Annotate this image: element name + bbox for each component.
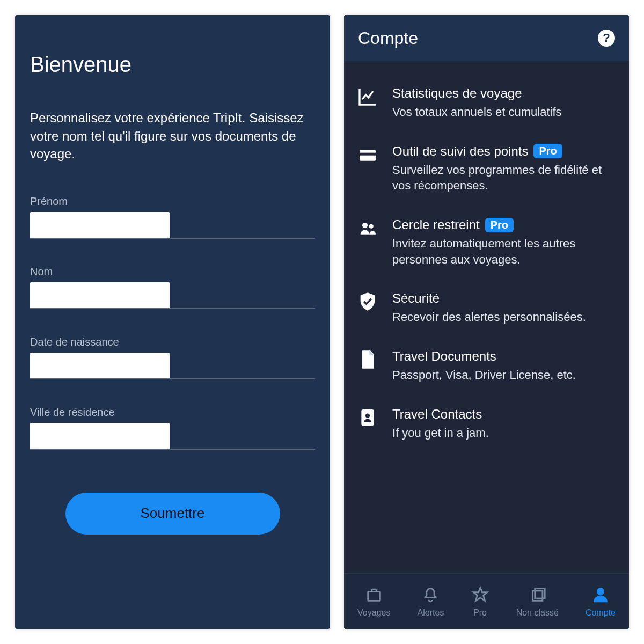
account-item-title: Travel Contacts <box>392 407 482 422</box>
last-name-input[interactable] <box>30 282 170 308</box>
account-item-chart[interactable]: Statistiques de voyageVos totaux annuels… <box>353 77 620 135</box>
svg-rect-7 <box>533 591 543 601</box>
city-label: Ville de résidence <box>30 406 315 419</box>
dob-field-group: Date de naissance <box>30 336 315 397</box>
field-underline <box>30 238 315 239</box>
city-field-group: Ville de résidence <box>30 406 315 467</box>
field-underline <box>30 378 315 379</box>
svg-point-5 <box>365 413 370 418</box>
account-item-title: Statistiques de voyage <box>392 86 522 101</box>
group-icon <box>355 217 380 239</box>
nav-person[interactable]: Compte <box>586 586 616 618</box>
account-item-group[interactable]: Cercle restreintProInvitez automatiqueme… <box>353 209 620 282</box>
account-item-card[interactable]: Outil de suivi des pointsProSurveillez v… <box>353 135 620 209</box>
welcome-screen: Bienvenue Personnalisez votre expérience… <box>15 15 330 629</box>
field-underline <box>30 449 315 450</box>
doc-icon <box>355 349 380 370</box>
help-icon[interactable]: ? <box>598 30 615 47</box>
account-item-subtitle: Surveillez vos programmes de fidélité et… <box>392 162 618 194</box>
account-item-title: Travel Documents <box>392 349 496 364</box>
submit-button[interactable]: Soumettre <box>65 493 280 535</box>
card-icon <box>355 144 380 165</box>
svg-rect-6 <box>368 591 380 601</box>
bottom-nav: VoyagesAlertesProNon classéCompte <box>344 573 629 629</box>
nav-label: Pro <box>473 608 487 618</box>
pro-badge: Pro <box>485 218 514 232</box>
shield-icon <box>355 291 380 312</box>
person-icon <box>591 586 610 606</box>
account-screen: Compte ? Statistiques de voyageVos totau… <box>344 15 629 629</box>
city-input[interactable] <box>30 423 170 449</box>
svg-rect-1 <box>360 152 376 155</box>
pro-badge: Pro <box>533 144 562 158</box>
account-header: Compte ? <box>344 15 629 61</box>
dob-input[interactable] <box>30 353 170 378</box>
nav-case[interactable]: Voyages <box>357 586 390 618</box>
stack-icon <box>528 586 546 606</box>
account-item-contact[interactable]: Travel ContactsIf you get in a jam. <box>353 398 620 456</box>
last-name-field-group: Nom <box>30 266 315 326</box>
last-name-label: Nom <box>30 266 315 278</box>
nav-bell[interactable]: Alertes <box>418 586 444 618</box>
nav-label: Non classé <box>516 608 559 618</box>
nav-label: Compte <box>586 608 616 618</box>
account-item-subtitle: If you get in a jam. <box>392 425 618 441</box>
nav-label: Voyages <box>357 608 390 618</box>
svg-point-3 <box>369 224 374 229</box>
first-name-label: Prénom <box>30 195 315 208</box>
welcome-subtitle: Personnalisez votre expérience TripIt. S… <box>30 109 315 163</box>
first-name-field-group: Prénom <box>30 195 315 256</box>
account-item-subtitle: Invitez automatiquement les autres perso… <box>392 236 618 267</box>
svg-point-9 <box>597 589 603 595</box>
header-title: Compte <box>358 28 418 48</box>
case-icon <box>365 586 383 606</box>
contact-icon <box>355 407 380 428</box>
field-underline <box>30 308 315 309</box>
nav-stack[interactable]: Non classé <box>516 586 559 618</box>
svg-point-2 <box>362 223 368 228</box>
account-item-doc[interactable]: Travel DocumentsPassport, Visa, Driver L… <box>353 340 620 398</box>
account-item-shield[interactable]: SécuritéRecevoir des alertes personnalis… <box>353 282 620 340</box>
account-list: Statistiques de voyageVos totaux annuels… <box>344 61 629 573</box>
account-item-title: Outil de suivi des points <box>392 144 528 159</box>
bell-icon <box>421 586 440 606</box>
nav-label: Alertes <box>418 608 444 618</box>
account-item-subtitle: Recevoir des alertes personnalisées. <box>392 309 618 325</box>
account-item-subtitle: Vos totaux annuels et cumulatifs <box>392 104 618 120</box>
nav-star[interactable]: Pro <box>471 586 489 618</box>
first-name-input[interactable] <box>30 212 170 238</box>
dob-label: Date de naissance <box>30 336 315 348</box>
account-item-title: Sécurité <box>392 291 440 306</box>
svg-rect-8 <box>535 589 545 598</box>
star-icon <box>471 586 489 606</box>
account-item-subtitle: Passport, Visa, Driver License, etc. <box>392 367 618 383</box>
account-item-title: Cercle restreint <box>392 217 480 232</box>
chart-icon <box>355 86 380 107</box>
welcome-title: Bienvenue <box>30 53 315 77</box>
